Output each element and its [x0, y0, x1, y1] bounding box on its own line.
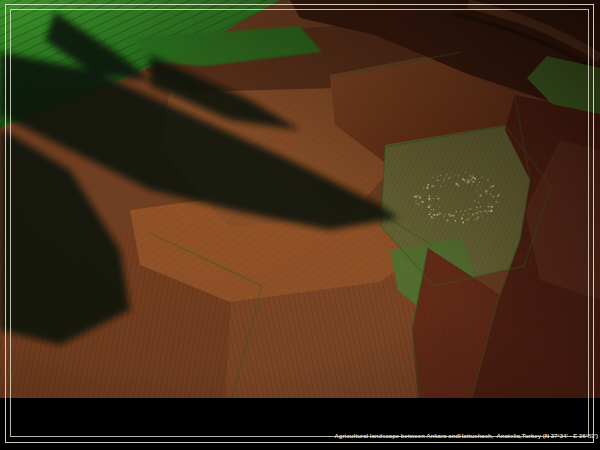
- wallpaper-canvas: Agricultural landscape between Ankara an…: [0, 0, 600, 450]
- photo-caption: Agricultural landscape between Ankara an…: [334, 433, 598, 440]
- photo-caption-block: Agricultural landscape between Ankara an…: [334, 397, 598, 450]
- vignette: [0, 0, 600, 398]
- aerial-photo: [0, 0, 600, 398]
